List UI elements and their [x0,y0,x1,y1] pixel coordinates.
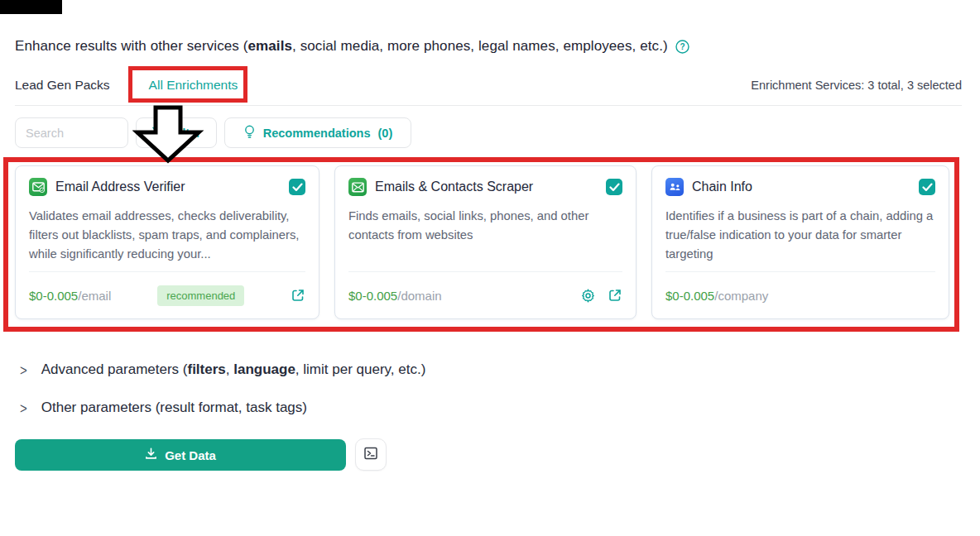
filter-label: Filter [171,127,200,140]
enrichment-cards: Email Address Verifier Validates email a… [15,165,949,319]
svg-text:?: ? [680,42,685,51]
page-title: Enhance results with other services (ema… [15,38,689,55]
card-chain-info[interactable]: Chain Info Identifies if a business is p… [651,165,949,319]
card-checkbox-checked[interactable] [289,179,305,195]
price-unit: /domain [397,289,441,303]
filter-button[interactable]: Filter [136,117,217,148]
redaction-bar-annotation [0,0,62,14]
card-checkbox-checked[interactable] [919,179,935,195]
help-icon[interactable]: ? [675,40,689,54]
advanced-parameters-toggle[interactable]: > Advanced parameters (filters, language… [20,361,425,378]
price-unit: /email [78,289,111,303]
advanced-bold-language: language [233,361,295,377]
title-text: Enhance results with other services ( [15,38,248,54]
recommendations-button[interactable]: Recommendations (0) [224,117,411,148]
chevron-right-icon: > [20,361,27,378]
price-amount: $0-0.005 [29,289,78,303]
toolbar: Filter Recommendations (0) [15,117,411,148]
other-label: Other parameters (result format, task ta… [41,400,307,416]
settings-gear-icon[interactable] [580,288,596,304]
card-description: Finds emails, social links, phones, and … [348,207,622,271]
card-title: Emails & Contacts Scraper [375,179,598,194]
get-data-button[interactable]: Get Data [15,439,346,471]
email-verified-icon [29,178,47,196]
tabs-row: Lead Gen Packs All Enrichments Enrichmen… [15,74,962,96]
recommended-badge: recommended [157,285,244,306]
external-link-icon[interactable] [608,288,622,303]
terminal-icon [363,446,378,463]
advanced-sep: , [226,361,233,377]
tab-all-enrichments[interactable]: All Enrichments [149,78,238,93]
external-link-icon[interactable] [291,288,305,303]
advanced-label: Advanced parameters ( [41,361,188,377]
card-title: Chain Info [692,179,910,194]
recommendations-label: Recommendations [263,127,371,140]
advanced-label-rest: , limit per query, etc.) [295,361,425,377]
filter-icon [151,126,164,141]
search-input[interactable] [15,117,128,148]
enrichments-panel: Enhance results with other services (ema… [0,0,980,536]
terminal-api-button[interactable] [355,438,387,471]
download-icon [145,447,157,462]
price-amount: $0-0.005 [348,289,397,303]
price-unit: /company [714,289,768,303]
card-email-address-verifier[interactable]: Email Address Verifier Validates email a… [15,165,319,319]
card-description: Validates email addresses, checks delive… [29,207,305,271]
card-title: Email Address Verifier [55,179,281,194]
email-envelope-icon [348,178,367,196]
price-amount: $0-0.005 [665,289,714,303]
card-emails-contacts-scraper[interactable]: Emails & Contacts Scraper Finds emails, … [334,165,637,319]
advanced-bold-filters: filters [187,361,225,377]
recommendations-count: (0) [378,127,393,140]
other-parameters-toggle[interactable]: > Other parameters (result format, task … [20,400,307,416]
card-price: $0-0.005/company [665,289,768,303]
enrichment-services-summary: Enrichment Services: 3 total, 3 selected [751,79,962,92]
chain-business-icon [665,178,684,196]
lightbulb-icon [243,125,256,141]
card-description: Identifies if a business is part of a ch… [665,207,935,271]
title-bold-emails: emails [248,38,293,54]
card-price: $0-0.005/domain [348,289,442,303]
get-data-label: Get Data [165,448,216,462]
title-text-rest: , social media, more phones, legal names… [292,38,668,54]
card-checkbox-checked[interactable] [606,179,622,195]
chevron-right-icon: > [20,399,27,416]
tabs-divider [15,105,962,106]
tab-lead-gen-packs[interactable]: Lead Gen Packs [15,78,110,93]
card-price: $0-0.005/email [29,289,111,303]
